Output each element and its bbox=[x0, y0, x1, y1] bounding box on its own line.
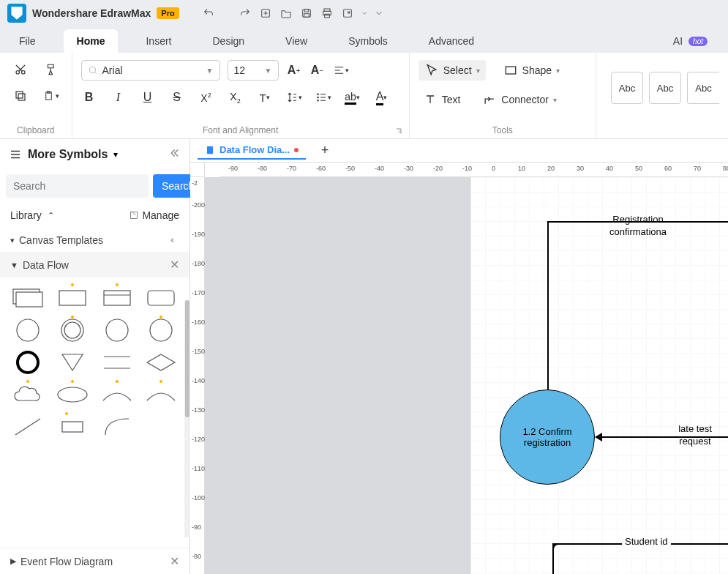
line-spacing-icon[interactable]: ▾ bbox=[286, 89, 302, 105]
font-group-label: Font and Alignment bbox=[81, 122, 400, 135]
shape-circle-2[interactable] bbox=[98, 317, 136, 343]
connector-line[interactable] bbox=[547, 221, 549, 390]
print-icon[interactable] bbox=[320, 6, 334, 20]
align-icon[interactable]: ▾ bbox=[333, 62, 349, 78]
svg-rect-35 bbox=[207, 146, 213, 154]
shape-bold-circle[interactable] bbox=[9, 349, 47, 376]
decrease-font-icon[interactable]: A− bbox=[309, 62, 326, 78]
open-icon[interactable] bbox=[279, 6, 293, 20]
menu-insert[interactable]: Insert bbox=[132, 29, 184, 53]
menu-design[interactable]: Design bbox=[199, 29, 258, 53]
svg-rect-34 bbox=[62, 422, 83, 432]
redo-icon[interactable] bbox=[238, 6, 252, 20]
strikethrough-icon[interactable]: S bbox=[169, 89, 185, 105]
paste-icon[interactable]: ▾ bbox=[43, 88, 59, 104]
sidebar-scrollbar[interactable] bbox=[184, 300, 190, 537]
category-event-flow[interactable]: ▶ Event Flow Diagram ✕ bbox=[0, 548, 189, 574]
cut-icon[interactable] bbox=[12, 61, 29, 78]
flow-label[interactable]: late test request bbox=[662, 423, 728, 448]
format-painter-icon[interactable] bbox=[43, 61, 59, 78]
manage-library[interactable]: Manage bbox=[129, 209, 179, 221]
bold-icon[interactable]: B bbox=[81, 89, 97, 105]
shape-line[interactable] bbox=[9, 414, 47, 440]
shape-circle[interactable] bbox=[9, 317, 47, 343]
add-tab-button[interactable]: + bbox=[318, 144, 332, 158]
category-canvas-templates[interactable]: ▾ Canvas Templates ⌃ bbox=[0, 228, 189, 252]
shape-small-rect[interactable] bbox=[53, 414, 91, 440]
svg-rect-19 bbox=[131, 212, 138, 218]
style-preset-3[interactable]: Abc bbox=[687, 72, 719, 104]
document-tabs: Data Flow Dia... + bbox=[190, 139, 728, 163]
shape-tool[interactable]: Shape ▾ bbox=[499, 60, 564, 81]
shape-ellipse[interactable] bbox=[53, 381, 91, 408]
more-icon[interactable] bbox=[374, 6, 384, 20]
shape-header-rect[interactable] bbox=[98, 285, 136, 311]
document-tab[interactable]: Data Flow Dia... bbox=[198, 141, 306, 160]
menu-view[interactable]: View bbox=[272, 29, 320, 53]
underline-icon[interactable]: U bbox=[140, 89, 156, 105]
text-tool[interactable]: Text bbox=[419, 89, 465, 110]
symbols-sidebar: More Symbols ▾ Search Library ⌃ Manage ▾… bbox=[0, 139, 190, 574]
font-dialog-launcher-icon[interactable] bbox=[394, 125, 405, 135]
menu-advanced[interactable]: Advanced bbox=[416, 29, 487, 53]
canvas[interactable]: Registration confirmationa 1.2 Confirm r… bbox=[205, 177, 728, 574]
process-node[interactable]: 1.2 Confirm registration bbox=[500, 390, 595, 485]
svg-rect-3 bbox=[304, 14, 309, 18]
new-icon[interactable] bbox=[258, 6, 273, 20]
text-case-icon[interactable]: T▾ bbox=[257, 89, 273, 105]
shape-diamond[interactable] bbox=[142, 349, 180, 376]
menu-ai[interactable]: AI bbox=[670, 29, 686, 53]
bullets-icon[interactable]: ▾ bbox=[315, 89, 331, 105]
library-icon bbox=[9, 148, 22, 161]
style-preset-2[interactable]: Abc bbox=[649, 72, 681, 104]
highlight-icon[interactable]: ab▾ bbox=[345, 89, 361, 105]
subscript-icon[interactable]: X2 bbox=[228, 89, 244, 105]
superscript-icon[interactable]: X2 bbox=[198, 89, 214, 105]
flow-label[interactable]: Registration confirmationa bbox=[594, 214, 682, 239]
shape-rect[interactable] bbox=[53, 285, 91, 311]
italic-icon[interactable]: I bbox=[110, 89, 127, 105]
corner-icon bbox=[552, 543, 561, 552]
svg-line-33 bbox=[15, 419, 40, 435]
style-preset-1[interactable]: Abc bbox=[611, 72, 643, 104]
library-label[interactable]: Library bbox=[10, 209, 42, 221]
shape-circle-3[interactable] bbox=[142, 317, 180, 343]
chevron-down-icon[interactable] bbox=[361, 6, 368, 20]
shape-arc-2[interactable] bbox=[142, 381, 180, 408]
shape-stacked-rect[interactable] bbox=[9, 285, 47, 311]
collapse-sidebar-icon[interactable] bbox=[168, 146, 181, 163]
arrow-head-icon bbox=[595, 433, 602, 441]
shape-double-circle[interactable] bbox=[53, 317, 91, 343]
close-category-icon[interactable]: ✕ bbox=[170, 554, 179, 568]
close-category-icon[interactable]: ✕ bbox=[170, 258, 179, 272]
shape-empty[interactable] bbox=[142, 414, 180, 440]
increase-font-icon[interactable]: A+ bbox=[286, 62, 302, 78]
font-family-select[interactable]: Arial ▼ bbox=[81, 60, 220, 81]
category-data-flow[interactable]: ▼ Data Flow ✕ bbox=[0, 252, 189, 277]
select-tool[interactable]: Select ▾ bbox=[419, 60, 486, 81]
flow-label[interactable]: Student id bbox=[622, 536, 671, 548]
app-name: Wondershare EdrawMax bbox=[32, 7, 151, 19]
shape-cloud[interactable] bbox=[9, 381, 47, 408]
save-icon[interactable] bbox=[299, 6, 314, 20]
menu-symbols[interactable]: Symbols bbox=[335, 29, 401, 53]
shape-curve[interactable] bbox=[98, 414, 136, 440]
svg-point-17 bbox=[317, 100, 318, 101]
export-icon[interactable] bbox=[340, 6, 355, 20]
connector-tool[interactable]: Connector ▾ bbox=[478, 89, 561, 110]
svg-point-14 bbox=[89, 67, 95, 72]
undo-icon[interactable] bbox=[201, 6, 216, 20]
shape-arc[interactable] bbox=[98, 381, 136, 408]
shape-open-rect[interactable] bbox=[98, 349, 136, 376]
menu-file[interactable]: File bbox=[6, 29, 49, 53]
copy-icon[interactable] bbox=[12, 88, 29, 104]
menu-home[interactable]: Home bbox=[64, 29, 119, 53]
shape-rounded-rect[interactable] bbox=[142, 285, 180, 311]
font-color-icon[interactable]: A▾ bbox=[374, 89, 390, 105]
symbol-search-input[interactable] bbox=[6, 174, 149, 198]
shape-palette bbox=[0, 277, 189, 447]
font-size-select[interactable]: 12 ▼ bbox=[228, 60, 279, 81]
shape-triangle[interactable] bbox=[53, 349, 91, 376]
scrollbar-thumb[interactable] bbox=[185, 300, 189, 417]
svg-rect-22 bbox=[59, 291, 86, 305]
